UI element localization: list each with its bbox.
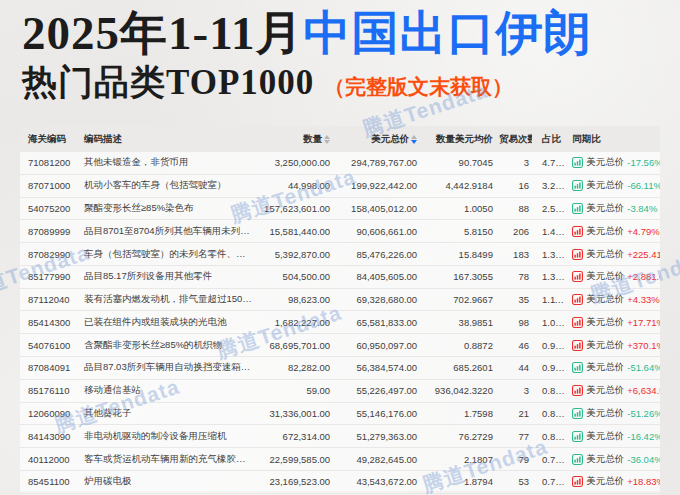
trend-chart-icon xyxy=(572,454,583,465)
cell-quantity: 82,282.00 xyxy=(256,357,333,380)
yoy-metric-label: 美元总价 xyxy=(586,339,624,352)
cell-share: 0.88% xyxy=(532,402,569,425)
yoy-metric-label: 美元总价 xyxy=(586,270,624,283)
cell-usd-total: 43,543,672.00 xyxy=(333,470,420,493)
cell-trade-count: 88 xyxy=(496,197,532,220)
cell-description: 品目85.17所列设备用其他零件 xyxy=(81,265,256,288)
cell-description: 非电动机驱动的制冷设备用压缩机 xyxy=(81,425,256,448)
page-subtitle: 热门品类TOP1000 （完整版文末获取） xyxy=(22,64,592,103)
cell-hs-code: 71081200 xyxy=(20,152,81,174)
cell-description: 品目8701至8704所列其他车辆用未列名零、附件 xyxy=(81,220,256,243)
column-header-hs-code: 海关编码 xyxy=(20,126,81,152)
cell-trade-count: 3 xyxy=(496,379,532,402)
cell-quantity: 5,392,870.00 xyxy=(256,243,333,266)
table-row: 54075200 聚酯变形长丝≥85%染色布 157,623,601.00 15… xyxy=(20,197,660,220)
cell-description: 其他未锻造金，非货币用 xyxy=(81,152,256,174)
cell-hs-code: 87084091 xyxy=(20,357,81,380)
cell-avg-price: 15.8499 xyxy=(420,243,496,266)
cell-trade-count: 46 xyxy=(496,334,532,357)
cell-yoy: 美元总价 -51.64% xyxy=(569,357,660,380)
cell-hs-code: 87089999 xyxy=(20,220,81,243)
yoy-percentage: -16.42% xyxy=(627,431,660,442)
cell-trade-count: 183 xyxy=(496,243,532,266)
cell-trade-count: 3 xyxy=(496,152,532,174)
cell-avg-price: 90.7045 xyxy=(420,152,496,174)
cell-quantity: 672,314.00 xyxy=(256,425,333,448)
yoy-metric-label: 美元总价 xyxy=(586,293,624,306)
cell-usd-total: 55,146,176.00 xyxy=(333,402,420,425)
table-row: 71081200 其他未锻造金，非货币用 3,250,000.00 294,78… xyxy=(20,152,660,174)
cell-share: 1.05% xyxy=(532,311,569,334)
cell-quantity: 504,500.00 xyxy=(256,265,333,288)
cell-yoy: 美元总价 +17.71% xyxy=(569,311,660,334)
yoy-metric-label: 美元总价 xyxy=(586,225,624,238)
yoy-metric-label: 美元总价 xyxy=(586,248,624,261)
cell-avg-price: 1.7598 xyxy=(420,402,496,425)
yoy-percentage: +2,881.03% xyxy=(627,271,660,282)
cell-usd-total: 49,282,645.00 xyxy=(333,448,420,471)
cell-usd-total: 51,279,363.00 xyxy=(333,425,420,448)
table-header-row: 海关编码 编码描述 数量 美元总价 数量美元均价 贸易次数 占比 同期比 xyxy=(20,126,660,152)
cell-yoy: 美元总价 +370.1% xyxy=(569,334,660,357)
cell-avg-price: 0.8872 xyxy=(420,334,496,357)
cell-share: 0.89% xyxy=(532,379,569,402)
cell-share: 0.79% xyxy=(532,448,569,471)
cell-hs-code: 87112040 xyxy=(20,288,81,311)
cell-yoy: 美元总价 +6,634.51% xyxy=(569,379,660,402)
cell-trade-count: 206 xyxy=(496,220,532,243)
cell-yoy: 美元总价 +4.33% xyxy=(569,288,660,311)
title-subject: 中国出口伊朗 xyxy=(304,7,592,59)
table-row: 85414300 已装在组件内或组装成块的光电池 1,682,227.00 65… xyxy=(20,311,660,334)
cell-description: 车身（包括驾驶室）的未列名零件、附件 xyxy=(81,243,256,266)
trend-chart-icon xyxy=(572,385,583,396)
cell-avg-price: 4,442.9184 xyxy=(420,174,496,197)
cell-yoy: 美元总价 -66.11% xyxy=(569,174,660,197)
cell-quantity: 22,599,585.00 xyxy=(256,448,333,471)
cell-trade-count: 53 xyxy=(496,470,532,493)
cell-avg-price: 76.2729 xyxy=(420,425,496,448)
cell-trade-count: 79 xyxy=(496,448,532,471)
yoy-percentage: +4.79% xyxy=(627,226,660,237)
cell-hs-code: 85451100 xyxy=(20,470,81,493)
trend-chart-icon xyxy=(572,476,583,487)
cell-yoy: 美元总价 +4.79% xyxy=(569,220,660,243)
yoy-percentage: -51.26% xyxy=(627,408,660,419)
page-title: 2025年1-11月中国出口伊朗 xyxy=(22,6,592,60)
cell-usd-total: 65,581,833.00 xyxy=(333,311,420,334)
sort-icon-active-desc[interactable] xyxy=(411,134,417,145)
cell-share: 1.45% xyxy=(532,220,569,243)
cell-hs-code: 40112000 xyxy=(20,448,81,471)
cell-quantity: 44,998.00 xyxy=(256,174,333,197)
cell-yoy: 美元总价 +225.41% xyxy=(569,243,660,266)
trade-data-table: 海关编码 编码描述 数量 美元总价 数量美元均价 贸易次数 占比 同期比 710… xyxy=(20,126,660,491)
cell-hs-code: 87082990 xyxy=(20,243,81,266)
yoy-percentage: -17.56% xyxy=(627,157,660,168)
cell-avg-price: 685.2601 xyxy=(420,357,496,380)
table-row: 87089999 品目8701至8704所列其他车辆用未列名零、附件 15,58… xyxy=(20,220,660,243)
cell-usd-total: 69,328,680.00 xyxy=(333,288,420,311)
trend-chart-icon xyxy=(572,431,583,442)
cell-quantity: 68,695,701.00 xyxy=(256,334,333,357)
page-header: 2025年1-11月中国出口伊朗 热门品类TOP1000 （完整版文末获取） xyxy=(22,6,592,103)
table-row: 87082990 车身（包括驾驶室）的未列名零件、附件 5,392,870.00… xyxy=(20,243,660,266)
sort-icon[interactable] xyxy=(324,134,330,145)
cell-yoy: 美元总价 +2,881.03% xyxy=(569,265,660,288)
cell-usd-total: 56,384,574.00 xyxy=(333,357,420,380)
cell-share: 3.21% xyxy=(532,174,569,197)
yoy-metric-label: 美元总价 xyxy=(586,475,624,488)
cell-avg-price: 2.1807 xyxy=(420,448,496,471)
cell-avg-price: 702.9667 xyxy=(420,288,496,311)
column-header-share: 占比 xyxy=(532,126,569,152)
yoy-metric-label: 美元总价 xyxy=(586,407,624,420)
table-body: 71081200 其他未锻造金，非货币用 3,250,000.00 294,78… xyxy=(20,152,660,495)
cell-description: 客车或货运机动车辆用新的充气橡胶轮胎 xyxy=(81,448,256,471)
cell-share: 2.54% xyxy=(532,197,569,220)
column-header-quantity-sort[interactable]: 数量 xyxy=(256,126,333,152)
cell-trade-count: 16 xyxy=(496,174,532,197)
cell-trade-count: 21 xyxy=(496,402,532,425)
cell-share: 0.98% xyxy=(532,334,569,357)
yoy-metric-label: 美元总价 xyxy=(586,384,624,397)
column-header-usd-total-sort[interactable]: 美元总价 xyxy=(333,126,420,152)
column-header-trade-count-sort[interactable]: 贸易次数 xyxy=(496,126,532,152)
cell-yoy: 美元总价 -16.42% xyxy=(569,425,660,448)
